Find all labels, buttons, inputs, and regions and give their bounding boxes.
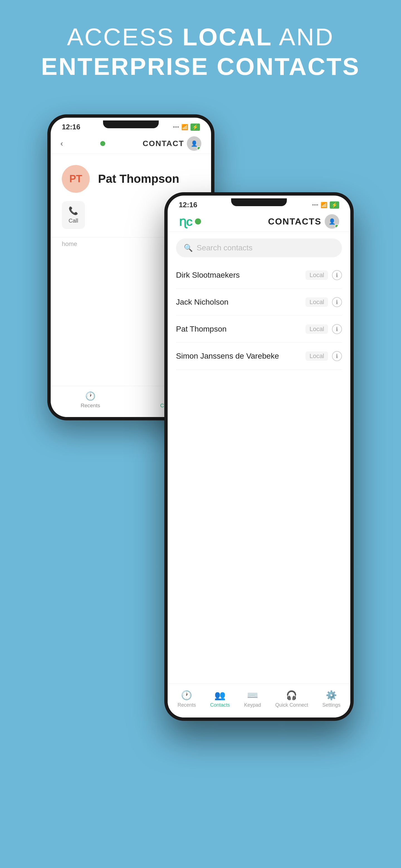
bottom-nav-front: 🕐 Recents 👥 Contacts ⌨️ Keypad 🎧 Quick C… [168, 684, 350, 717]
call-icon: 📞 [68, 206, 78, 215]
nav-item-recents-front[interactable]: 🕐 Recents [177, 690, 196, 708]
battery-icon-back: ⚡ [191, 124, 200, 131]
front-phone-screen: 12:16 ···· 📶 ⚡ ɳc CONTACTS 👤 [168, 195, 350, 717]
logo-area: ɳc [179, 215, 201, 229]
avatar-online-dot-front [335, 224, 339, 228]
status-icons-back: ···· 📶 ⚡ [173, 124, 200, 131]
hero-line1-bold: LOCAL [182, 23, 273, 51]
phones-container: 12:16 ···· 📶 ⚡ ‹ CONTACT 👤 [47, 114, 354, 782]
front-phone: 12:16 ···· 📶 ⚡ ɳc CONTACTS 👤 [164, 192, 354, 721]
front-nav-bar: ɳc CONTACTS 👤 [168, 211, 350, 232]
contacts-list: Dirk Slootmaekers Local ℹ Jack Nicholson… [168, 262, 350, 370]
contact-initials: PT [69, 173, 82, 185]
contact-row-right-0: Local ℹ [306, 270, 342, 280]
nav-right-front: CONTACTS 👤 [268, 214, 339, 229]
local-badge-0: Local [306, 271, 328, 280]
avatar-online-dot-back [197, 146, 201, 150]
time-front: 12:16 [179, 200, 197, 209]
logo-icon: ɳc [179, 215, 192, 229]
contact-name-large: Pat Thompson [98, 172, 179, 186]
call-label: Call [68, 218, 78, 224]
info-icon-3[interactable]: ℹ [332, 351, 342, 361]
contact-name-0: Dirk Slootmaekers [176, 271, 240, 280]
signal-dots-back: ···· [173, 124, 179, 130]
nav-item-contacts-front[interactable]: 👥 Contacts [210, 690, 230, 708]
nav-title-back: CONTACT [143, 139, 184, 148]
time-back: 12:16 [62, 123, 81, 131]
search-container[interactable]: 🔍 Search contacts [176, 239, 342, 257]
online-dot-front [195, 218, 201, 224]
contact-row-right-1: Local ℹ [306, 297, 342, 307]
local-badge-2: Local [306, 324, 328, 334]
contact-row-2[interactable]: Pat Thompson Local ℹ [176, 316, 342, 343]
keypad-icon-front: ⌨️ [247, 690, 258, 701]
contact-row-3[interactable]: Simon Janssens de Varebeke Local ℹ [176, 343, 342, 370]
hero-line1-normal: ACCESS [67, 23, 182, 51]
wifi-icon-back: 📶 [181, 124, 188, 130]
quickconnect-label-front: Quick Connect [275, 702, 308, 708]
hero-line2: ENTERPRISE CONTACTS [41, 53, 360, 80]
recents-icon-front: 🕐 [181, 690, 192, 701]
info-icon-0[interactable]: ℹ [332, 270, 342, 280]
nav-item-quickconnect-front[interactable]: 🎧 Quick Connect [275, 690, 308, 708]
local-badge-3: Local [306, 351, 328, 361]
recents-icon-back: 🕐 [85, 391, 95, 401]
status-icons-front: ···· 📶 ⚡ [312, 202, 339, 209]
local-badge-1: Local [306, 298, 328, 307]
hero-title: ACCESS LOCAL AND ENTERPRISE CONTACTS [41, 22, 360, 81]
recents-label-back: Recents [81, 403, 100, 409]
contact-avatar-large: PT [62, 165, 90, 193]
notch-back [103, 121, 159, 128]
call-button[interactable]: 📞 Call [62, 201, 85, 229]
contact-name-1: Jack Nicholson [176, 298, 228, 307]
battery-icon-front: ⚡ [330, 202, 339, 209]
avatar-back: 👤 [187, 136, 201, 151]
settings-label-front: Settings [322, 702, 340, 708]
settings-icon-front: ⚙️ [326, 690, 337, 701]
signal-dots-front: ···· [312, 202, 318, 208]
search-icon: 🔍 [184, 244, 193, 252]
back-nav-bar: ‹ CONTACT 👤 [51, 133, 211, 154]
quickconnect-icon-front: 🎧 [286, 690, 297, 701]
recents-label-front: Recents [177, 702, 196, 708]
search-placeholder-text: Search contacts [197, 243, 253, 252]
avatar-front: 👤 [325, 214, 339, 229]
nav-item-recents-back[interactable]: 🕐 Recents [81, 391, 100, 409]
nav-item-settings-front[interactable]: ⚙️ Settings [322, 690, 340, 708]
info-icon-2[interactable]: ℹ [332, 324, 342, 334]
contact-name-3: Simon Janssens de Varebeke [176, 352, 279, 361]
contact-row-0[interactable]: Dirk Slootmaekers Local ℹ [176, 262, 342, 289]
nav-right-back: CONTACT 👤 [143, 136, 201, 151]
info-icon-1[interactable]: ℹ [332, 297, 342, 307]
nav-center-back [100, 141, 105, 146]
online-dot-back [100, 141, 105, 146]
notch-front [231, 198, 287, 206]
back-button[interactable]: ‹ [60, 139, 63, 148]
contact-row-right-3: Local ℹ [306, 351, 342, 361]
keypad-label-front: Keypad [244, 702, 261, 708]
contacts-icon-front: 👥 [214, 690, 226, 701]
contact-row-1[interactable]: Jack Nicholson Local ℹ [176, 289, 342, 316]
contacts-label-front: Contacts [210, 702, 230, 708]
nav-title-front: CONTACTS [268, 216, 321, 227]
wifi-icon-front: 📶 [320, 202, 327, 208]
nav-item-keypad-front[interactable]: ⌨️ Keypad [244, 690, 261, 708]
contact-row-right-2: Local ℹ [306, 324, 342, 334]
hero-line1-end: AND [273, 23, 334, 51]
contact-name-2: Pat Thompson [176, 325, 227, 334]
